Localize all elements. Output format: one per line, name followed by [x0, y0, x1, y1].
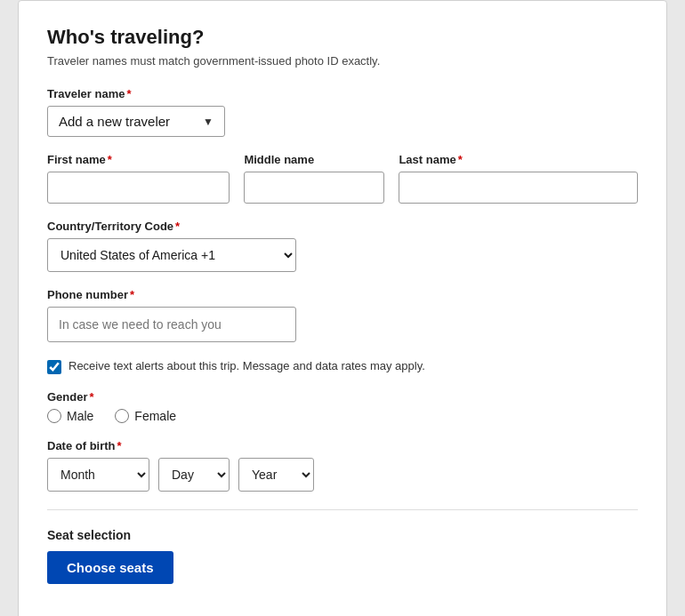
choose-seats-button[interactable]: Choose seats	[47, 551, 173, 584]
traveler-name-dropdown[interactable]: Add a new traveler ▼	[47, 106, 225, 137]
middle-name-input[interactable]	[244, 172, 384, 204]
first-name-field: First name*	[47, 153, 230, 204]
phone-input[interactable]	[47, 307, 296, 342]
phone-label: Phone number*	[47, 288, 638, 301]
dob-label: Date of birth*	[47, 439, 638, 452]
dob-day-select[interactable]: Day for(let i=1;i<=31;i++) document.writ…	[158, 458, 230, 492]
name-fields-row: First name* Middle name Last name*	[47, 153, 638, 204]
gender-label: Gender*	[47, 390, 638, 404]
first-name-input[interactable]	[47, 172, 230, 204]
divider	[47, 509, 638, 510]
gender-male-text: Male	[67, 409, 93, 423]
traveler-name-dropdown-label: Add a new traveler	[59, 114, 170, 129]
phone-field: Phone number*	[47, 288, 638, 342]
country-label: Country/Territory Code*	[47, 220, 638, 233]
gender-options-row: Male Female	[47, 409, 638, 423]
traveler-dropdown-chevron-icon: ▼	[203, 116, 214, 128]
page-title: Who's traveling?	[47, 26, 638, 49]
dob-selects-row: Month January February March April May J…	[47, 458, 638, 492]
country-select[interactable]: United States of America +1 Canada +1 Un…	[47, 238, 296, 272]
gender-male-label[interactable]: Male	[47, 409, 93, 423]
country-field: Country/Territory Code* United States of…	[47, 220, 638, 272]
gender-male-radio[interactable]	[47, 409, 61, 423]
traveler-name-field: Traveler name* Add a new traveler ▼	[47, 87, 638, 137]
first-name-label: First name*	[47, 153, 230, 166]
seat-selection-section: Seat selection Choose seats	[47, 528, 638, 604]
last-name-field: Last name*	[399, 153, 638, 204]
page-subtitle: Traveler names must match government-iss…	[47, 54, 638, 68]
traveler-name-label: Traveler name*	[47, 87, 638, 100]
text-alerts-row: Receive text alerts about this trip. Mes…	[47, 358, 638, 374]
dob-field: Date of birth* Month January February Ma…	[47, 439, 638, 492]
who-is-traveling-card: Who's traveling? Traveler names must mat…	[18, 0, 667, 616]
dob-month-select[interactable]: Month January February March April May J…	[47, 458, 149, 492]
gender-field: Gender* Male Female	[47, 390, 638, 423]
dob-year-select[interactable]: Year for(let y=2024;y>=1920;y--) documen…	[238, 458, 314, 492]
gender-female-label[interactable]: Female	[115, 409, 176, 423]
gender-female-radio[interactable]	[115, 409, 129, 423]
seat-selection-label: Seat selection	[47, 528, 638, 542]
middle-name-field: Middle name	[244, 153, 384, 204]
text-alerts-label: Receive text alerts about this trip. Mes…	[68, 358, 425, 374]
last-name-input[interactable]	[399, 172, 638, 204]
text-alerts-checkbox[interactable]	[47, 360, 61, 374]
middle-name-label: Middle name	[244, 153, 384, 166]
gender-female-text: Female	[134, 409, 176, 423]
last-name-label: Last name*	[399, 153, 638, 166]
